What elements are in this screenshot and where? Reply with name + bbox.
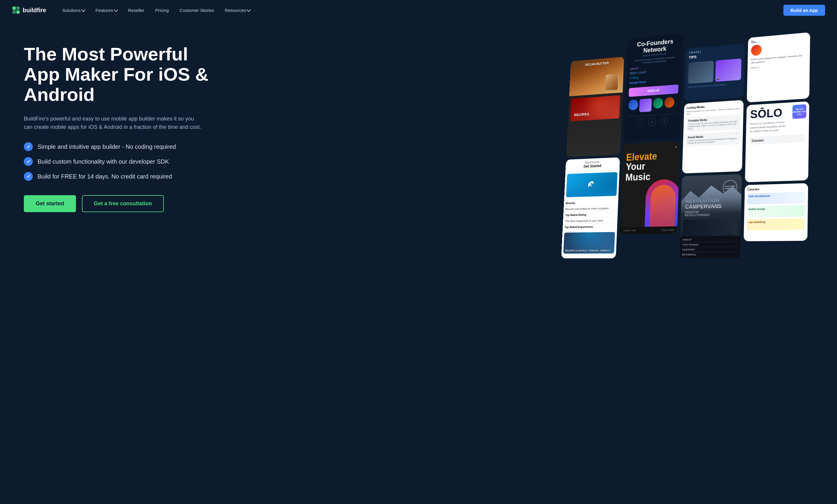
check-icon-3 [24, 172, 33, 181]
listing-items: Printable Media Choose from our vast pri… [685, 114, 741, 147]
nav-resources[interactable]: Resources [221, 5, 255, 15]
chevron-down-icon [114, 7, 118, 12]
check-icon-1 [24, 142, 33, 151]
partner-logos: yahoo! WIDE COAST ⬡ Bing Google News [629, 63, 679, 85]
music-screen: ≡ Elevate Your Music Audition Wall Show … [620, 141, 680, 234]
instagram-icon[interactable]: ◎ [648, 118, 656, 126]
signup-button[interactable]: SIGN UP [629, 85, 679, 97]
social-screen: Dis... Social media templates for Instag… [747, 32, 810, 102]
profile-1 [628, 99, 638, 110]
music-visual [640, 173, 680, 234]
get-started-button[interactable]: Get started [24, 195, 76, 212]
svg-rect-3 [16, 11, 20, 14]
courses-section: Courses [749, 134, 805, 145]
logo-icon [12, 6, 20, 14]
hero-subtitle: BuildFire's powerful and easy to use mob… [24, 115, 202, 132]
profile-2 [639, 98, 652, 112]
hero-visual: SHOP NOW PECAN BUTTER RECIPES [550, 26, 837, 504]
listing-item-2: Social Media Create stunning social medi… [685, 131, 740, 147]
profile-4 [664, 97, 675, 108]
camper-screen: REVOLUTION CAMPERVANS REVOLUTION CAMPERV… [679, 174, 742, 258]
camper-nav: ABOUT VAN RANGE SUPPORT REFERRAL [679, 236, 741, 258]
phone-column-3: TRAVEL TIPS 📸 Discover the world's best … [672, 43, 745, 498]
hero-buttons: Get started Get a free consultation [24, 195, 226, 212]
hero-section: The Most Powerful App Maker For iOS & An… [0, 20, 837, 504]
recipes-section: RECIPES [570, 95, 620, 122]
social-avatar [751, 44, 762, 56]
travel-photos: 📸 [688, 58, 742, 83]
music-content: Elevate Your Music [625, 145, 676, 182]
build-app-button[interactable]: Build an App [783, 5, 825, 16]
courses-list: Web Development Mobile Design App Market… [746, 192, 805, 230]
course-item-1: Web Development [747, 192, 805, 205]
courses-screen: Courses Web Development Mobile Design Ap… [744, 183, 808, 241]
seatour-content: Resorts Resorts and hotels for every occ… [562, 170, 620, 256]
seatour-menu-items: Resorts Resorts and hotels for every occ… [565, 198, 617, 231]
facebook-icon[interactable]: f [636, 118, 644, 127]
svg-rect-1 [16, 6, 20, 10]
course-item-2: Mobile Design [747, 205, 805, 218]
solo-screen: SŌLO Browse our vast library of Fiverr-i… [745, 101, 809, 182]
nav-reseller[interactable]: Reseller [124, 5, 149, 15]
chevron-down-icon [247, 7, 251, 12]
food-bottom: RECIPES [568, 93, 623, 126]
seatour-image [566, 172, 618, 197]
hero-content: The Most Powerful App Maker For iOS & An… [24, 38, 226, 212]
seatour-screen: SEATOUR Get Started Resorts Resorts and … [561, 157, 620, 259]
checklist-item-2: Build custom functionality with our deve… [24, 157, 226, 166]
nav-solutions[interactable]: Solutions [58, 5, 89, 15]
dismiss-label: Dis... [751, 36, 807, 44]
social-icons: f ◎ ≡ [628, 114, 678, 127]
checklist-item-3: Build for FREE for 14 days. No credit ca… [24, 172, 226, 181]
course-item-3: App Marketing [746, 218, 805, 230]
profile-3 [653, 98, 663, 109]
cofounders-profiles [628, 97, 678, 113]
menu-icon[interactable]: ≡ [661, 117, 669, 125]
cofounders-header: Co-Founders Network BUILD YOUR VISION Co… [630, 37, 680, 65]
music-controls: Audition Wall Show Finder [620, 226, 677, 234]
checklist-item-1: Simple and intuitive app builder - No co… [24, 142, 226, 151]
logo[interactable]: buildfire [12, 6, 46, 14]
hero-checklist: Simple and intuitive app builder - No co… [24, 142, 226, 181]
nav-pricing[interactable]: Pricing [151, 5, 173, 15]
phone-column-4: Dis... Social media templates for Instag… [738, 32, 810, 504]
listing-item-1: Printable Media Choose from our vast pri… [686, 114, 741, 132]
courses-title: Courses [747, 186, 805, 191]
solo-desc: Browse our vast library of Fiverr-inspir… [750, 120, 788, 133]
svg-rect-0 [13, 6, 16, 10]
nav-features[interactable]: Features [91, 5, 122, 15]
navbar: buildfire Solutions Features Reseller Pr… [0, 0, 837, 20]
free-consultation-button[interactable]: Get a free consultation [82, 195, 164, 212]
music-label: Music [625, 171, 676, 182]
food-hero-image: SHOP NOW PECAN BUTTER [569, 57, 624, 96]
logo-text: buildfire [23, 7, 46, 14]
chevron-down-icon [81, 7, 86, 12]
nav-customer-stories[interactable]: Customer Stories [175, 5, 218, 15]
cofounders-screen: Co-Founders Network BUILD YOUR VISION Co… [623, 33, 683, 141]
svg-rect-2 [13, 11, 16, 14]
check-icon-2 [24, 157, 33, 166]
food-app-screen: SHOP NOW PECAN BUTTER RECIPES [566, 57, 624, 157]
listing-screen: Listing Media Media templates for Real E… [682, 100, 744, 173]
travel-screen: TRAVEL TIPS 📸 Discover the world's best … [684, 43, 745, 101]
solo-badge: WE GO WHERE YOU GO [792, 104, 806, 119]
nav-links: Solutions Features Reseller Pricing Cust… [58, 5, 783, 15]
hero-title: The Most Powerful App Maker For iOS & An… [24, 44, 226, 105]
your-label: Your [626, 160, 676, 172]
courses-label: Courses [749, 134, 805, 145]
seatour-header: SEATOUR Get Started [565, 157, 620, 172]
